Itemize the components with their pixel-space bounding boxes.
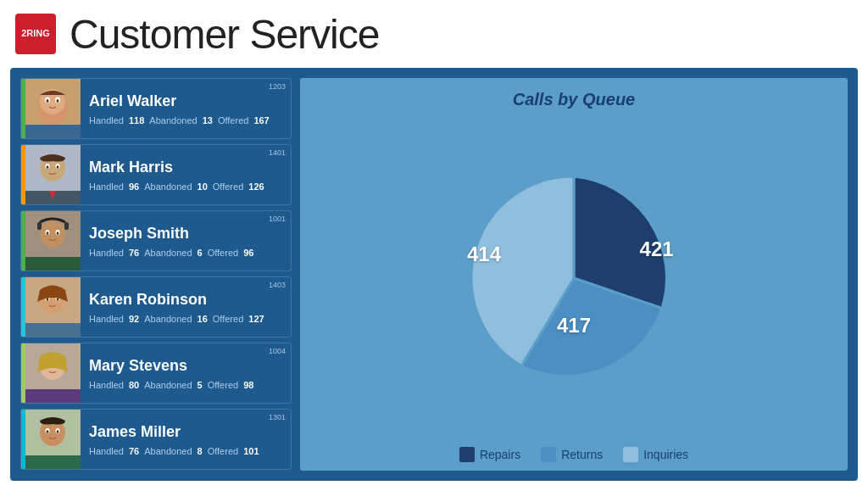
legend-swatch-returns: [541, 447, 556, 462]
agent-stats-3: Handled 92 Abandoned 16 Offered 127: [89, 314, 282, 324]
legend-swatch-repairs: [459, 447, 475, 462]
agent-name-1: Mark Harris: [89, 158, 282, 177]
agent-avatar-0: [21, 78, 81, 139]
legend-label-repairs: Repairs: [480, 448, 520, 461]
agent-info-4: Mary Stevens Handled 80 Abandoned 5 Offe…: [81, 351, 291, 394]
offered-label-5: Offered: [208, 446, 239, 456]
legend-item-repairs: Repairs: [459, 447, 520, 462]
handled-value-0: 118: [129, 115, 144, 126]
agent-stats-2: Handled 76 Abandoned 6 Offered 96: [89, 248, 282, 258]
svg-point-42: [47, 430, 49, 433]
agent-avatar-1: [21, 144, 81, 205]
agents-column: Ariel Walker Handled 118 Abandoned 13 Of…: [20, 78, 292, 471]
agent-card-2: Joseph Smith Handled 76 Abandoned 6 Offe…: [20, 210, 292, 271]
svg-rect-22: [64, 222, 69, 230]
agent-id-1: 1401: [269, 148, 286, 157]
svg-point-28: [47, 298, 49, 301]
svg-point-12: [47, 165, 49, 169]
handled-value-2: 76: [129, 248, 139, 258]
agent-info-5: James Miller Handled 76 Abandoned 8 Offe…: [81, 417, 291, 460]
handled-value-3: 92: [129, 314, 139, 324]
offered-label-3: Offered: [213, 314, 244, 324]
abandoned-value-0: 13: [203, 115, 213, 126]
svg-point-16: [40, 220, 65, 248]
offered-value-2: 96: [243, 248, 253, 258]
handled-label-4: Handled: [89, 380, 124, 390]
svg-rect-7: [25, 125, 81, 139]
offered-value-1: 126: [248, 181, 264, 192]
svg-point-5: [47, 99, 49, 103]
abandoned-value-5: 8: [198, 446, 203, 456]
agent-id-0: 1203: [269, 82, 286, 91]
page-title: Customer Service: [70, 11, 379, 58]
logo-text: 2RING: [21, 28, 50, 39]
handled-label-2: Handled: [89, 248, 124, 258]
agent-name-5: James Miller: [89, 422, 282, 442]
agent-stats-4: Handled 80 Abandoned 5 Offered 98: [89, 380, 282, 390]
handled-label-5: Handled: [89, 446, 124, 456]
agent-info-2: Joseph Smith Handled 76 Abandoned 6 Offe…: [81, 219, 291, 262]
svg-rect-23: [25, 257, 81, 271]
agent-avatar-5: [21, 409, 81, 470]
svg-rect-37: [25, 389, 81, 404]
logo: 2RING: [15, 14, 56, 54]
agent-info-0: Ariel Walker Handled 118 Abandoned 13 Of…: [81, 86, 291, 130]
agent-avatar-3: [21, 276, 81, 338]
abandoned-label-2: Abandoned: [144, 248, 192, 258]
agent-card-4: Mary Stevens Handled 80 Abandoned 5 Offe…: [20, 343, 292, 404]
chart-title: Calls by Queue: [513, 90, 636, 109]
offered-value-3: 127: [248, 314, 264, 324]
abandoned-label-4: Abandoned: [144, 380, 192, 390]
chart-area: 421 417 414: [309, 118, 839, 438]
agent-card-3: Karen Robinson Handled 92 Abandoned 16 O…: [20, 276, 292, 338]
handled-label-3: Handled: [89, 314, 124, 324]
offered-value-5: 101: [243, 446, 259, 456]
chart-panel: Calls by Queue 421 417 414: [300, 78, 848, 471]
offered-label-4: Offered: [208, 380, 239, 390]
agent-card-5: James Miller Handled 76 Abandoned 8 Offe…: [20, 409, 292, 470]
svg-point-43: [57, 430, 59, 433]
chart-legend: Repairs Returns Inquiries: [459, 447, 688, 462]
legend-label-inquiries: Inquiries: [643, 448, 688, 461]
agent-info-1: Mark Harris Handled 96 Abandoned 10 Offe…: [81, 153, 291, 196]
svg-rect-21: [37, 222, 42, 230]
agent-id-4: 1004: [269, 347, 286, 355]
legend-item-returns: Returns: [541, 447, 603, 462]
svg-point-19: [47, 232, 49, 235]
handled-value-1: 96: [129, 181, 139, 192]
agent-stats-5: Handled 76 Abandoned 8 Offered 101: [89, 446, 282, 456]
svg-point-13: [57, 165, 59, 169]
abandoned-label-5: Abandoned: [144, 446, 192, 456]
agent-name-4: Mary Stevens: [89, 356, 282, 376]
main-panel: Ariel Walker Handled 118 Abandoned 13 Of…: [10, 68, 858, 481]
agent-stats-0: Handled 118 Abandoned 13 Offered 167: [89, 115, 282, 126]
agent-name-0: Ariel Walker: [89, 92, 282, 111]
abandoned-value-4: 5: [198, 380, 203, 390]
pie-svg: [455, 159, 693, 397]
agent-id-3: 1403: [269, 281, 286, 289]
abandoned-value-2: 6: [198, 248, 203, 258]
agent-name-2: Joseph Smith: [89, 224, 282, 243]
agent-stats-1: Handled 96 Abandoned 10 Offered 126: [89, 181, 282, 192]
agent-card-0: Ariel Walker Handled 118 Abandoned 13 Of…: [20, 78, 292, 139]
offered-value-0: 167: [253, 115, 269, 126]
handled-label-0: Handled: [89, 115, 124, 126]
offered-label-1: Offered: [213, 181, 244, 192]
svg-point-29: [57, 298, 59, 301]
agent-id-5: 1301: [269, 413, 286, 421]
abandoned-label-3: Abandoned: [144, 314, 192, 324]
abandoned-value-1: 10: [198, 181, 208, 192]
handled-value-5: 76: [129, 446, 139, 456]
agent-name-3: Karen Robinson: [89, 290, 282, 310]
agent-info-3: Karen Robinson Handled 92 Abandoned 16 O…: [81, 285, 291, 328]
agent-id-2: 1001: [269, 215, 286, 223]
svg-rect-44: [25, 455, 81, 470]
header: 2RING Customer Service: [0, 0, 868, 68]
offered-label-2: Offered: [208, 248, 239, 258]
abandoned-value-3: 16: [198, 314, 208, 324]
agent-avatar-2: [21, 210, 81, 271]
agent-card-1: Mark Harris Handled 96 Abandoned 10 Offe…: [20, 144, 292, 205]
offered-label-0: Offered: [218, 115, 249, 126]
legend-swatch-inquiries: [623, 447, 638, 462]
agent-avatar-4: [21, 343, 81, 404]
